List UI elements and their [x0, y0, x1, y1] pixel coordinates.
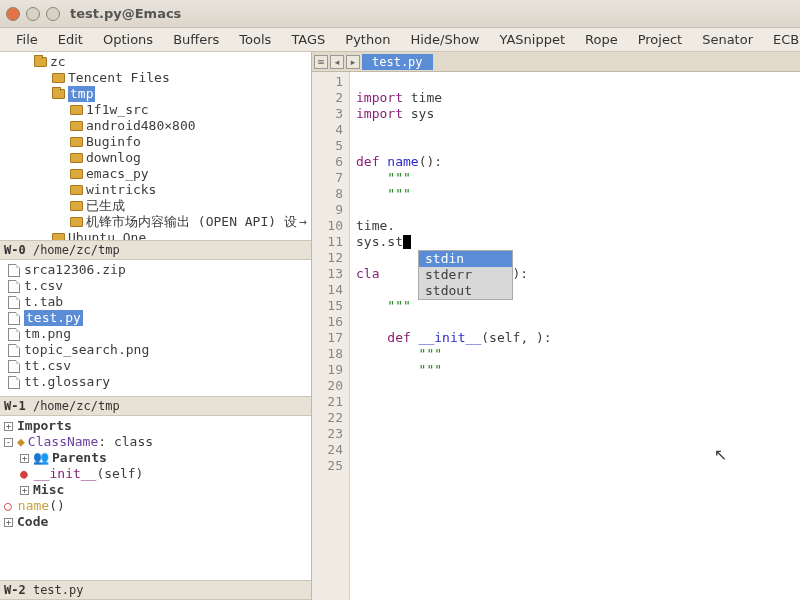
code-editor[interactable]: 1234567891011121314151617181920212223242…: [312, 72, 800, 600]
folder-icon: [70, 217, 83, 227]
menu-options[interactable]: Options: [93, 29, 163, 50]
file-icon: [8, 360, 20, 373]
function-icon: ○: [4, 498, 12, 514]
collapse-icon[interactable]: -: [4, 438, 13, 447]
menu-senator[interactable]: Senator: [692, 29, 763, 50]
pane-w1-status: W-1 /home/zc/tmp: [0, 396, 311, 416]
directory-tree[interactable]: zcTencent Filestmp1f1w_srcandroid480×800…: [0, 52, 311, 240]
window-title: test.py@Emacs: [70, 6, 181, 21]
maximize-button[interactable]: [46, 7, 60, 21]
file-icon: [8, 344, 20, 357]
tab-next-button[interactable]: ▸: [346, 55, 360, 69]
buffer-tabs: ≡ ◂ ▸ test.py: [312, 52, 800, 72]
overflow-arrow-icon: →: [299, 214, 311, 230]
menu-yasnippet[interactable]: YASnippet: [489, 29, 575, 50]
folder-icon: [70, 169, 83, 179]
tree-item[interactable]: Ubuntu One: [0, 230, 311, 240]
folder-icon: [70, 185, 83, 195]
file-item[interactable]: tm.png: [0, 326, 311, 342]
pane-w2-status: W-2 test.py: [0, 580, 311, 600]
tab-test-py[interactable]: test.py: [362, 54, 433, 70]
file-icon: [8, 312, 20, 325]
tree-item[interactable]: wintricks: [0, 182, 311, 198]
tab-prev-button[interactable]: ◂: [330, 55, 344, 69]
folder-icon: [52, 73, 65, 83]
autocomplete-item[interactable]: stdout: [419, 283, 512, 299]
mouse-cursor: ↖: [714, 445, 727, 464]
file-icon: [8, 296, 20, 309]
autocomplete-item[interactable]: stdin: [419, 251, 512, 267]
menu-python[interactable]: Python: [335, 29, 400, 50]
close-button[interactable]: [6, 7, 20, 21]
file-item[interactable]: tt.csv: [0, 358, 311, 374]
tree-item[interactable]: android480×800: [0, 118, 311, 134]
pane-w0-status: W-0 /home/zc/tmp: [0, 240, 311, 260]
tree-item[interactable]: Buginfo: [0, 134, 311, 150]
semantic-outline[interactable]: +Imports -◆ClassName : class +👥Parents ●…: [0, 416, 311, 580]
folder-icon: [70, 121, 83, 131]
menubar: FileEditOptionsBuffersToolsTAGSPythonHid…: [0, 28, 800, 52]
expand-icon[interactable]: +: [4, 518, 13, 527]
folder-icon: [70, 137, 83, 147]
folder-icon: [70, 201, 83, 211]
folder-icon: [34, 57, 47, 67]
expand-icon[interactable]: +: [20, 486, 29, 495]
menu-project[interactable]: Project: [628, 29, 692, 50]
menu-tools[interactable]: Tools: [229, 29, 281, 50]
tree-item[interactable]: downlog: [0, 150, 311, 166]
menu-buffers[interactable]: Buffers: [163, 29, 229, 50]
autocomplete-item[interactable]: stderr: [419, 267, 512, 283]
folder-icon: [70, 153, 83, 163]
class-icon: ◆: [17, 434, 25, 450]
file-item[interactable]: tt.glossary: [0, 374, 311, 390]
file-icon: [8, 328, 20, 341]
expand-icon[interactable]: +: [20, 454, 29, 463]
tree-item[interactable]: Tencent Files: [0, 70, 311, 86]
tree-item[interactable]: emacs_py: [0, 166, 311, 182]
tree-item[interactable]: 1f1w_src: [0, 102, 311, 118]
tree-item[interactable]: 已生成: [0, 198, 311, 214]
file-item[interactable]: test.py: [0, 310, 311, 326]
menu-edit[interactable]: Edit: [48, 29, 93, 50]
expand-icon[interactable]: +: [4, 422, 13, 431]
autocomplete-popup[interactable]: stdinstderrstdout: [418, 250, 513, 300]
titlebar: test.py@Emacs: [0, 0, 800, 28]
method-icon: ●: [20, 466, 28, 482]
line-gutter: 1234567891011121314151617181920212223242…: [312, 72, 350, 600]
menu-hide/show[interactable]: Hide/Show: [400, 29, 489, 50]
file-item[interactable]: t.csv: [0, 278, 311, 294]
minimize-button[interactable]: [26, 7, 40, 21]
text-cursor: [403, 235, 411, 249]
folder-icon: [52, 233, 65, 240]
parents-icon: 👥: [33, 450, 49, 466]
file-list[interactable]: srca12306.zipt.csvt.tabtest.pytm.pngtopi…: [0, 260, 311, 396]
tree-item[interactable]: tmp: [0, 86, 311, 102]
file-item[interactable]: srca12306.zip: [0, 262, 311, 278]
file-icon: [8, 280, 20, 293]
tab-first-button[interactable]: ≡: [314, 55, 328, 69]
file-item[interactable]: topic_search.png: [0, 342, 311, 358]
menu-file[interactable]: File: [6, 29, 48, 50]
file-item[interactable]: t.tab: [0, 294, 311, 310]
folder-icon: [70, 105, 83, 115]
menu-ecb[interactable]: ECB: [763, 29, 800, 50]
file-icon: [8, 376, 20, 389]
file-icon: [8, 264, 20, 277]
menu-rope[interactable]: Rope: [575, 29, 628, 50]
menu-tags[interactable]: TAGS: [281, 29, 335, 50]
folder-icon: [52, 89, 65, 99]
tree-item[interactable]: 机锋市场内容输出 (OPEN API) 设→: [0, 214, 311, 230]
